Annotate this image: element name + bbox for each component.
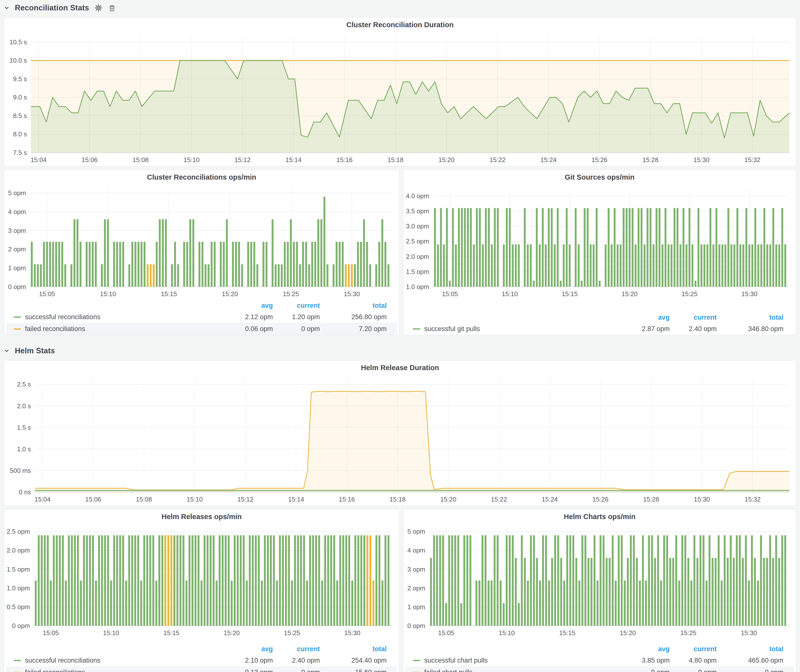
bar-chart[interactable]: 5 opm4 opm3 opm2 opm1 opm0 opm15:0515:10…	[6, 184, 397, 300]
svg-text:0 opm: 0 opm	[12, 622, 30, 629]
panel-title[interactable]: Helm Releases ops/min	[6, 509, 397, 523]
legend-column-avg[interactable]: avg	[222, 302, 273, 310]
bar-chart[interactable]: 5 opm4 opm3 opm2 opm1 opm0 opm15:0515:10…	[405, 523, 794, 638]
svg-text:15:08: 15:08	[133, 156, 149, 163]
svg-text:15:20: 15:20	[224, 629, 240, 637]
section-reconciliation-stats[interactable]: Reconciliation Stats	[3, 1, 116, 15]
svg-text:500 ms: 500 ms	[10, 467, 31, 474]
svg-text:15:15: 15:15	[562, 290, 578, 298]
panel-title[interactable]: Helm Charts ops/min	[405, 509, 794, 523]
panel-helm-release-duration: Helm Release Duration 2.5 s2.0 s1.5 s1.0…	[4, 360, 796, 506]
svg-text:15:10: 15:10	[187, 496, 203, 503]
svg-text:15:24: 15:24	[541, 156, 557, 163]
legend-stat-avg: 2.12 opm	[222, 313, 273, 321]
section-title[interactable]: Reconciliation Stats	[15, 3, 89, 12]
panel-title[interactable]: Helm Release Duration	[6, 360, 794, 374]
legend-column-current[interactable]: current	[670, 314, 717, 322]
svg-text:15:32: 15:32	[744, 156, 760, 163]
legend-row[interactable]: successful chart pulls3.85 opm4.80 opm46…	[405, 654, 794, 666]
trash-icon[interactable]	[108, 4, 116, 12]
legend-header: avgcurrenttotal	[6, 643, 397, 654]
panel-title[interactable]: Cluster Reconciliation Duration	[6, 18, 794, 31]
svg-text:10.0 s: 10.0 s	[10, 57, 27, 64]
legend-row[interactable]: failed reconciliations0.13 opm0 opm15.60…	[6, 666, 397, 672]
legend-column-current[interactable]: current	[670, 645, 717, 653]
svg-text:2.5 opm: 2.5 opm	[7, 528, 30, 535]
svg-text:15:15: 15:15	[161, 290, 177, 298]
timeseries-chart[interactable]: 10.5 s10.0 s9.5 s9.0 s8.5 s8.0 s7.5 s15:…	[6, 31, 794, 165]
svg-text:15:30: 15:30	[344, 290, 360, 298]
svg-text:15:30: 15:30	[693, 156, 709, 163]
chevron-down-icon[interactable]	[3, 5, 10, 11]
legend-stat-avg: 3.85 opm	[619, 657, 670, 664]
legend-column-avg[interactable]: avg	[222, 645, 273, 653]
svg-text:0 opm: 0 opm	[8, 283, 26, 290]
svg-text:15:18: 15:18	[390, 496, 406, 503]
legend-column-total[interactable]: total	[320, 645, 387, 653]
legend-series-label[interactable]: successful reconciliations	[25, 657, 101, 664]
dashboard: Reconciliation Stats	[0, 0, 800, 672]
svg-text:15:20: 15:20	[222, 290, 238, 298]
legend-column-avg[interactable]: avg	[619, 645, 670, 653]
svg-text:15:20: 15:20	[620, 629, 636, 637]
chevron-down-icon[interactable]	[3, 348, 10, 354]
legend-row[interactable]: successful git pulls2.87 opm2.40 opm346.…	[405, 323, 794, 335]
svg-text:15:14: 15:14	[285, 156, 302, 163]
legend: avgcurrenttotalsuccessful chart pulls3.8…	[405, 643, 794, 672]
legend-series-label[interactable]: successful chart pulls	[424, 657, 488, 664]
legend-stat-current: 0 opm	[273, 669, 320, 672]
legend: avgcurrenttotalsuccessful reconciliation…	[6, 300, 397, 335]
legend-column-total[interactable]: total	[717, 314, 783, 322]
svg-text:4 opm: 4 opm	[407, 547, 425, 554]
legend-column-current[interactable]: current	[273, 302, 320, 310]
svg-text:15:04: 15:04	[30, 156, 46, 163]
legend-column-current[interactable]: current	[273, 645, 320, 653]
legend-stat-current: 0 opm	[670, 669, 717, 672]
svg-text:15:18: 15:18	[387, 156, 403, 163]
svg-text:15:10: 15:10	[100, 290, 116, 298]
panel-title[interactable]: Git Sources ops/min	[405, 170, 794, 184]
legend-stat-avg: 2.87 opm	[619, 325, 670, 333]
legend-stat-current: 2.40 opm	[273, 657, 320, 664]
legend-stat-current: 4.80 opm	[670, 657, 717, 664]
timeseries-chart[interactable]: 2.5 s2.0 s1.5 s1.0 s500 ms0 ns15:0415:06…	[6, 374, 794, 504]
legend-column-total[interactable]: total	[717, 645, 783, 653]
section-helm-stats[interactable]: Helm Stats	[3, 344, 55, 358]
legend-stat-avg: 0.13 opm	[222, 669, 273, 672]
legend-series-label[interactable]: failed chart pulls	[424, 669, 472, 672]
svg-text:15:08: 15:08	[136, 496, 152, 503]
svg-text:15:04: 15:04	[34, 496, 50, 503]
panel-title[interactable]: Cluster Reconciliations ops/min	[6, 170, 397, 184]
svg-text:2.0 opm: 2.0 opm	[406, 253, 429, 260]
bar-chart[interactable]: 2.5 opm2.0 opm1.5 opm1.0 opm0.5 opm0 opm…	[6, 523, 397, 638]
svg-text:15:32: 15:32	[745, 496, 761, 503]
svg-text:2.0 opm: 2.0 opm	[7, 547, 30, 554]
legend-stat-current: 0 opm	[273, 325, 320, 333]
bar-chart[interactable]: 4.0 opm3.5 opm3.0 opm2.5 opm2.0 opm1.5 o…	[405, 184, 794, 300]
svg-text:0.5 opm: 0.5 opm	[7, 603, 30, 611]
svg-text:5 opm: 5 opm	[407, 528, 425, 535]
legend-header: avgcurrenttotal	[405, 643, 794, 654]
gear-icon[interactable]	[94, 3, 103, 12]
legend-stat-total: 15.60 opm	[320, 669, 387, 672]
legend-row[interactable]: failed chart pulls0 opm0 opm0 opm	[405, 666, 794, 672]
legend-series-label[interactable]: failed reconciliations	[25, 669, 85, 672]
legend-column-total[interactable]: total	[320, 302, 387, 310]
svg-text:1.5 opm: 1.5 opm	[7, 566, 30, 573]
svg-text:1 opm: 1 opm	[8, 264, 26, 272]
panel-cluster-reconciliation-duration: Cluster Reconciliation Duration 10.5 s10…	[4, 17, 796, 166]
legend-row[interactable]: successful reconciliations2.12 opm1.20 o…	[6, 311, 397, 323]
legend-stat-total: 0 opm	[717, 669, 783, 672]
section-title[interactable]: Helm Stats	[15, 346, 55, 355]
legend-series-label[interactable]: successful git pulls	[424, 325, 480, 333]
legend-column-avg[interactable]: avg	[619, 314, 670, 322]
legend-series-label[interactable]: failed reconciliations	[25, 325, 85, 333]
legend-row[interactable]: failed reconciliations0.06 opm0 opm7.20 …	[6, 323, 397, 335]
series-color-swatch	[14, 660, 21, 661]
legend-row[interactable]: successful reconciliations2.10 opm2.40 o…	[6, 654, 397, 666]
svg-text:15:26: 15:26	[592, 496, 608, 503]
svg-text:15:06: 15:06	[85, 496, 101, 503]
legend-series-label[interactable]: successful reconciliations	[25, 313, 101, 321]
svg-text:4 opm: 4 opm	[8, 208, 26, 216]
svg-text:15:30: 15:30	[741, 629, 757, 637]
